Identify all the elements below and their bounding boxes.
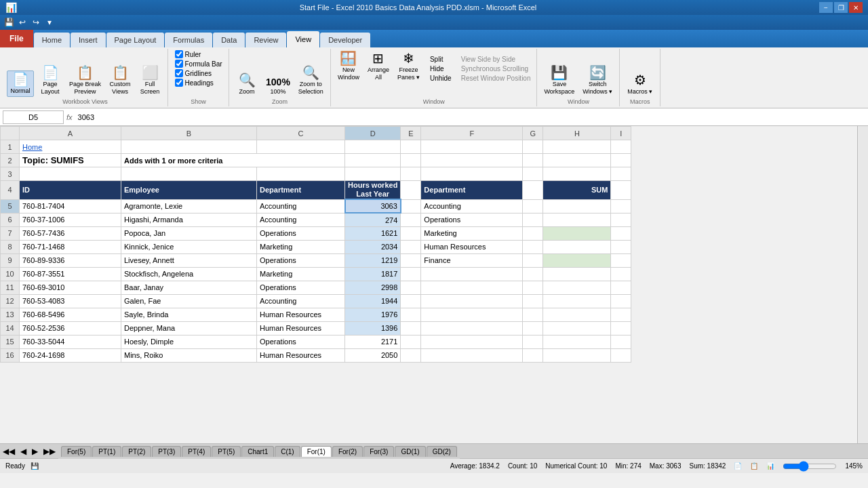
cell-h7[interactable] [543, 226, 611, 240]
cell-a7[interactable]: 760-57-7436 [20, 226, 121, 240]
sheet-tab-for1[interactable]: For(1) [301, 446, 332, 457]
cell-i11[interactable] [611, 281, 631, 294]
cell-g5[interactable] [523, 199, 543, 213]
unhide-button[interactable]: Unhide [428, 74, 454, 83]
cell-d6[interactable]: 274 [345, 213, 401, 226]
sheet-tab-next-one-button[interactable]: ▶ [29, 444, 41, 458]
cell-i10[interactable] [611, 267, 631, 281]
view-preview-icon[interactable]: 📊 [766, 462, 774, 470]
col-header-e[interactable]: E [401, 127, 421, 140]
cell-i14[interactable] [611, 321, 631, 335]
cell-b15[interactable]: Hoesly, Dimple [121, 335, 257, 348]
cell-e5[interactable] [401, 199, 421, 213]
cell-c14[interactable]: Human Resources [257, 321, 345, 335]
cell-c8[interactable]: Marketing [257, 240, 345, 253]
cell-b13[interactable]: Sayle, Brinda [121, 308, 257, 321]
cell-c12[interactable]: Accounting [257, 294, 345, 308]
cell-h6[interactable] [543, 213, 611, 226]
cell-i8[interactable] [611, 240, 631, 253]
cell-g8[interactable] [523, 240, 543, 253]
new-window-button[interactable]: 🪟 NewWindow [335, 50, 362, 83]
vertical-scrollbar[interactable] [857, 126, 868, 443]
view-layout-icon[interactable]: 📋 [750, 462, 758, 470]
restore-button[interactable]: ❐ [834, 2, 848, 13]
cell-b10[interactable]: Stockfisch, Angelena [121, 267, 257, 281]
cell-e8[interactable] [401, 240, 421, 253]
cell-h2[interactable] [543, 154, 611, 167]
cell-g10[interactable] [523, 267, 543, 281]
cell-a9[interactable]: 760-89-9336 [20, 253, 121, 267]
zoom-button[interactable]: 🔍 Zoom [233, 72, 260, 97]
col-header-b[interactable]: B [121, 127, 257, 140]
cell-g11[interactable] [523, 281, 543, 294]
cell-g9[interactable] [523, 253, 543, 267]
cell-h15[interactable] [543, 335, 611, 348]
sheet-tab-prev-button[interactable]: ◀◀ [0, 444, 18, 458]
sheet-tab-next-button[interactable]: ▶▶ [41, 444, 58, 458]
macros-button[interactable]: ⚙ Macros ▾ [625, 72, 655, 97]
cell-c15[interactable]: Operations [257, 335, 345, 348]
formula-bar-checkbox-label[interactable]: Formula Bar [175, 60, 222, 68]
cell-b8[interactable]: Kinnick, Jenice [121, 240, 257, 253]
cell-a3[interactable] [20, 167, 121, 181]
split-button[interactable]: Split [428, 55, 454, 64]
cell-h10[interactable] [543, 267, 611, 281]
cell-i3[interactable] [611, 167, 631, 181]
cell-d14[interactable]: 1396 [345, 321, 401, 335]
cell-h8[interactable] [543, 240, 611, 253]
cell-b11[interactable]: Baar, Janay [121, 281, 257, 294]
cell-f16[interactable] [421, 348, 523, 362]
tab-developer[interactable]: Developer [320, 33, 370, 47]
cell-i4[interactable] [611, 181, 631, 200]
headings-checkbox-label[interactable]: Headings [175, 79, 214, 87]
cell-a2[interactable]: Topic: SUMIFS [20, 154, 121, 167]
cell-g7[interactable] [523, 226, 543, 240]
cell-h11[interactable] [543, 281, 611, 294]
normal-view-button[interactable]: 📄 Normal [7, 70, 34, 97]
cell-e4[interactable] [401, 181, 421, 200]
cell-g1[interactable] [523, 140, 543, 154]
cell-b4[interactable]: Employee [121, 181, 257, 200]
full-screen-button[interactable]: ⬜ FullScreen [136, 64, 163, 97]
cell-g13[interactable] [523, 308, 543, 321]
arrange-all-button[interactable]: ⊞ ArrangeAll [365, 50, 392, 83]
cell-d4[interactable]: Hours workedLast Year [345, 181, 401, 200]
cell-a5[interactable]: 760-81-7404 [20, 199, 121, 213]
cell-b7[interactable]: Popoca, Jan [121, 226, 257, 240]
col-header-d[interactable]: D [345, 127, 401, 140]
cell-d5[interactable]: 3063 [345, 199, 401, 213]
cell-b3[interactable] [121, 167, 257, 181]
switch-windows-button[interactable]: 🔄 SwitchWindows ▾ [580, 64, 615, 97]
cell-g4[interactable] [523, 181, 543, 200]
sheet-tab-c1[interactable]: C(1) [275, 446, 300, 457]
gridlines-checkbox-label[interactable]: Gridlines [175, 69, 212, 77]
cell-d7[interactable]: 1621 [345, 226, 401, 240]
col-header-i[interactable]: I [611, 127, 631, 140]
cell-a14[interactable]: 760-52-2536 [20, 321, 121, 335]
cell-i9[interactable] [611, 253, 631, 267]
cell-a4[interactable]: ID [20, 181, 121, 200]
cell-i5[interactable] [611, 199, 631, 213]
sheet-tab-for3[interactable]: For(3) [363, 446, 394, 457]
cell-c9[interactable]: Operations [257, 253, 345, 267]
cell-c10[interactable]: Marketing [257, 267, 345, 281]
cell-a6[interactable]: 760-37-1006 [20, 213, 121, 226]
cell-f10[interactable] [421, 267, 523, 281]
cell-e13[interactable] [401, 308, 421, 321]
sheet-tab-pt1[interactable]: PT(1) [92, 446, 121, 457]
cell-e11[interactable] [401, 281, 421, 294]
cell-f2[interactable] [421, 154, 523, 167]
cell-h1[interactable] [543, 140, 611, 154]
zoom-slider[interactable] [783, 461, 837, 472]
cell-e1[interactable] [401, 140, 421, 154]
cell-h16[interactable] [543, 348, 611, 362]
cell-a15[interactable]: 760-33-5044 [20, 335, 121, 348]
cell-g14[interactable] [523, 321, 543, 335]
cell-c5[interactable]: Accounting [257, 199, 345, 213]
cell-i6[interactable] [611, 213, 631, 226]
cell-c4[interactable]: Department [257, 181, 345, 200]
cell-d10[interactable]: 1817 [345, 267, 401, 281]
cell-e10[interactable] [401, 267, 421, 281]
cell-c11[interactable]: Operations [257, 281, 345, 294]
cell-e15[interactable] [401, 335, 421, 348]
